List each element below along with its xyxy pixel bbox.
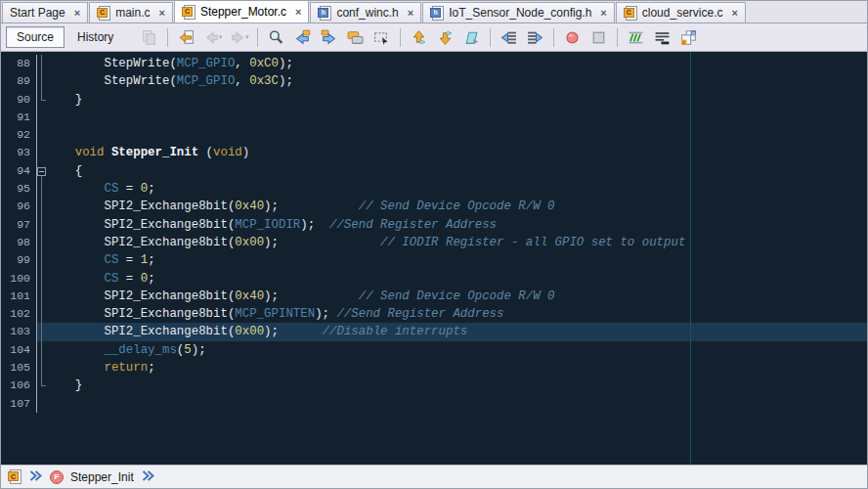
line-number[interactable]: 104 xyxy=(1,341,37,359)
line-number[interactable]: 95 xyxy=(1,180,37,198)
last-edit-icon[interactable] xyxy=(174,26,198,49)
code-line[interactable]: SPI2_Exchange8bit(MCP_IODIR); //Send Reg… xyxy=(46,216,867,234)
breadcrumb-function-name[interactable]: Stepper_Init xyxy=(70,470,134,484)
line-number[interactable]: 101 xyxy=(1,288,37,305)
code-token: = xyxy=(118,253,140,267)
code-line[interactable]: SPI2_Exchange8bit(0x40); // Send Device … xyxy=(46,288,867,305)
code-line[interactable] xyxy=(46,395,867,413)
line-number[interactable]: 98 xyxy=(1,234,37,251)
toggle-bookmark-icon[interactable] xyxy=(459,26,484,49)
start-macro-recording-icon[interactable] xyxy=(560,26,585,49)
line-number[interactable]: 102 xyxy=(1,305,37,323)
code-line[interactable]: } xyxy=(46,91,867,109)
line-number[interactable]: 96 xyxy=(1,198,37,215)
code-line[interactable] xyxy=(46,126,867,144)
tab-start-page[interactable]: Start Page× xyxy=(2,2,88,22)
code-line[interactable]: void Stepper_Init (void) xyxy=(46,144,867,161)
code-line[interactable] xyxy=(46,109,867,126)
line-number[interactable]: 89 xyxy=(1,72,37,90)
fold-toggle-icon[interactable] xyxy=(37,162,46,180)
code-editor[interactable]: 88 StepWrite(MCP_GPIO, 0xC0);89 StepWrit… xyxy=(1,52,867,465)
line-number[interactable]: 107 xyxy=(1,395,37,413)
toggle-header-source-icon[interactable]: hc xyxy=(676,26,701,49)
find-previous-icon[interactable] xyxy=(290,26,315,49)
code-token xyxy=(46,272,105,286)
shift-left-icon[interactable] xyxy=(497,26,521,49)
line-number[interactable]: 105 xyxy=(1,359,37,377)
code-line[interactable]: CS = 0; xyxy=(46,180,867,198)
code-line[interactable]: CS = 0; xyxy=(46,270,867,288)
tab-label: Start Page xyxy=(10,6,65,20)
line-number[interactable]: 100 xyxy=(1,270,37,288)
code-token: //Send Register Address xyxy=(336,307,503,321)
tab-stepper-motor-c[interactable]: CStepper_Motor.c× xyxy=(174,0,310,22)
tab-conf-winc-h[interactable]: hconf_winc.h× xyxy=(310,2,421,22)
code-token: StepWrite( xyxy=(46,57,177,70)
line-number[interactable]: 90 xyxy=(1,91,37,109)
code-token xyxy=(46,343,105,357)
comment-icon[interactable] xyxy=(624,26,648,49)
code-token: ); xyxy=(279,57,293,70)
code-line[interactable]: { xyxy=(46,162,867,180)
code-token: { xyxy=(46,164,82,178)
line-number[interactable]: 94 xyxy=(1,162,37,180)
code-line-row: 100 CS = 0; xyxy=(1,270,867,288)
uncomment-icon[interactable] xyxy=(650,26,674,49)
dropdown-caret-icon[interactable]: ▾ xyxy=(245,33,249,41)
fold-collapse-box-icon[interactable] xyxy=(37,167,46,176)
code-token: SPI2_Exchange8bit( xyxy=(46,307,235,321)
code-line[interactable]: SPI2_Exchange8bit(0x40); // Send Device … xyxy=(46,198,867,215)
line-number[interactable]: 92 xyxy=(1,126,37,144)
fold-guide xyxy=(37,341,46,359)
forward-icon[interactable]: ▾ xyxy=(227,26,251,49)
code-line-row-current: 103 SPI2_Exchange8bit(0x00); //Disable i… xyxy=(1,323,867,340)
back-icon[interactable]: ▾ xyxy=(200,26,225,49)
tab-iot-sensor-node-config-h[interactable]: hIoT_Sensor_Node_config.h× xyxy=(422,2,615,22)
rectangular-selection-icon[interactable] xyxy=(369,26,394,49)
code-line[interactable]: CS = 1; xyxy=(46,251,867,269)
line-number[interactable]: 99 xyxy=(1,251,37,269)
close-tab-icon[interactable]: × xyxy=(295,7,301,17)
close-tab-icon[interactable]: × xyxy=(600,8,606,18)
code-line[interactable]: StepWrite(MCP_GPIO, 0xC0); xyxy=(46,55,867,72)
code-line[interactable]: SPI2_Exchange8bit(MCP_GPINTEN); //Send R… xyxy=(46,305,867,323)
code-token xyxy=(46,361,105,375)
code-token: SPI2_Exchange8bit( xyxy=(46,200,235,213)
close-tab-icon[interactable]: × xyxy=(158,8,164,18)
close-tab-icon[interactable]: × xyxy=(74,8,80,18)
tab-cloud-service-c[interactable]: Ccloud_service.c× xyxy=(616,2,746,22)
line-number[interactable]: 106 xyxy=(1,377,37,394)
dropdown-caret-icon[interactable]: ▾ xyxy=(219,33,223,41)
close-tab-icon[interactable]: × xyxy=(732,8,738,18)
code-line[interactable]: } xyxy=(46,377,867,394)
line-number[interactable]: 88 xyxy=(1,55,37,72)
code-line[interactable]: SPI2_Exchange8bit(0x00); //Disable inter… xyxy=(46,323,867,340)
code-line-row: 94 { xyxy=(1,162,867,180)
tab-main-c[interactable]: Cmain.c× xyxy=(89,2,173,22)
history-view-button[interactable]: History xyxy=(66,26,124,48)
stop-macro-recording-icon[interactable] xyxy=(586,26,611,49)
code-token: MCP_IODIR xyxy=(235,218,300,232)
code-line[interactable]: return; xyxy=(46,359,867,377)
code-token: = xyxy=(118,182,140,196)
diff-icon[interactable] xyxy=(137,26,161,49)
line-number[interactable]: 93 xyxy=(1,144,37,161)
source-view-button[interactable]: Source xyxy=(6,26,65,48)
file-type-badge: C xyxy=(624,8,634,18)
code-line[interactable]: StepWrite(MCP_GPIO, 0x3C); xyxy=(46,72,867,90)
previous-bookmark-icon[interactable] xyxy=(407,26,431,49)
line-number[interactable]: 97 xyxy=(1,216,37,234)
code-token: //Disable interrupts xyxy=(323,325,468,338)
fold-guide xyxy=(37,126,46,144)
highlight-search-icon[interactable] xyxy=(343,26,368,49)
find-selection-icon[interactable] xyxy=(264,26,288,49)
c-file-icon: C xyxy=(8,469,22,484)
line-number[interactable]: 103 xyxy=(1,323,37,340)
code-line[interactable]: __delay_ms(5); xyxy=(46,341,867,359)
code-line[interactable]: SPI2_Exchange8bit(0x00); // IODIR Regist… xyxy=(46,234,867,251)
next-bookmark-icon[interactable] xyxy=(433,26,457,49)
close-tab-icon[interactable]: × xyxy=(408,8,413,18)
find-next-icon[interactable] xyxy=(317,26,341,49)
line-number[interactable]: 91 xyxy=(1,109,37,126)
shift-right-icon[interactable] xyxy=(523,26,547,49)
